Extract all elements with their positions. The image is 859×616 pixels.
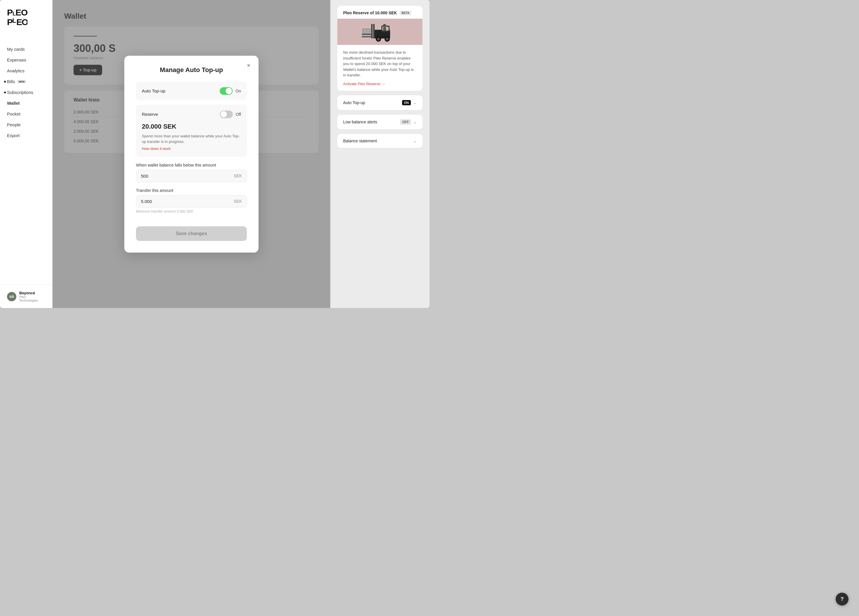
- bills-dot: [4, 81, 6, 83]
- sidebar: PLEO P L EO My cards Expenses Analytics …: [0, 0, 53, 308]
- balance-statement-right: ⌄: [413, 139, 417, 143]
- low-balance-settings-right: OFF ⌄: [400, 119, 417, 125]
- svg-rect-19: [383, 27, 386, 31]
- modal-overlay: × Manage Auto Top-up Auto Top-up On R: [53, 0, 330, 308]
- pleo-logo-icon: P L EO: [7, 17, 27, 33]
- transfer-field-section: Transfer this amount SEK Minimum transfe…: [136, 188, 247, 214]
- sidebar-item-export[interactable]: Export: [0, 130, 52, 141]
- sidebar-item-analytics[interactable]: Analytics: [0, 65, 52, 76]
- sidebar-item-label: Pocket: [7, 111, 20, 116]
- sidebar-item-expenses[interactable]: Expenses: [0, 55, 52, 65]
- svg-text:P: P: [7, 17, 12, 27]
- modal-title: Manage Auto Top-up: [136, 66, 247, 74]
- svg-text:L: L: [12, 17, 16, 24]
- toggle-knob: [226, 88, 232, 94]
- auto-topup-settings-card: Auto Top-up ON ⌄: [337, 95, 423, 110]
- manage-auto-topup-modal: × Manage Auto Top-up Auto Top-up On R: [124, 56, 259, 253]
- sidebar-nav: My cards Expenses Analytics Bills NEW Su…: [0, 41, 52, 285]
- sidebar-item-wallet[interactable]: Wallet: [0, 98, 52, 109]
- transfer-label: Transfer this amount: [136, 188, 247, 193]
- sidebar-item-label: Export: [7, 133, 20, 138]
- threshold-input-row: SEK: [136, 170, 247, 182]
- threshold-field-section: When wallet balance falls below this amo…: [136, 163, 247, 182]
- svg-point-7: [377, 37, 380, 41]
- sidebar-item-bills[interactable]: Bills NEW: [0, 76, 52, 87]
- activate-pleo-reserve-link[interactable]: Activate Pleo Reserve →: [343, 82, 417, 86]
- balance-statement-chevron-icon[interactable]: ⌄: [413, 139, 417, 143]
- toggle-knob: [220, 111, 227, 117]
- sidebar-item-label: Subscriptions: [7, 90, 33, 95]
- reserve-title: Pleo Reserve of 10.000 SEK: [343, 11, 397, 15]
- reserve-modal-card: Reserve Off 20.000 SEK Spend more than y…: [136, 105, 247, 157]
- reserve-amount: 20.000 SEK: [142, 123, 241, 130]
- low-balance-status-badge: OFF: [400, 119, 411, 125]
- reserve-modal-row: Reserve Off: [142, 111, 241, 118]
- low-balance-label: Low balance alerts: [343, 120, 377, 124]
- user-org: Pleo Technologies: [19, 295, 45, 302]
- low-balance-alerts-row: Low balance alerts OFF ⌄: [343, 119, 417, 125]
- transfer-input-row: SEK: [136, 195, 247, 207]
- balance-statement-card: Balance statement ⌄: [337, 134, 423, 148]
- sidebar-item-people[interactable]: People: [0, 119, 52, 130]
- transfer-currency: SEK: [234, 199, 242, 204]
- svg-rect-13: [362, 34, 373, 35]
- right-panel: Pleo Reserve of 10.000 SEK BETA: [330, 0, 430, 308]
- sidebar-item-pocket[interactable]: Pocket: [0, 109, 52, 119]
- user-name: Beyoncé: [19, 291, 45, 295]
- logo: PLEO P L EO: [0, 0, 52, 41]
- sidebar-item-my-cards[interactable]: My cards: [0, 44, 52, 55]
- save-changes-button[interactable]: Save changes: [136, 226, 247, 241]
- auto-topup-toggle-right: On: [220, 87, 241, 95]
- reserve-description: Spend more than your wallet balance whil…: [142, 133, 241, 145]
- sidebar-item-label: Analytics: [7, 68, 25, 73]
- svg-rect-11: [373, 24, 375, 39]
- balance-statement-label: Balance statement: [343, 139, 377, 143]
- sidebar-item-label: Wallet: [7, 101, 20, 106]
- user-info: Beyoncé Pleo Technologies: [19, 291, 45, 302]
- beta-badge: BETA: [400, 11, 411, 15]
- svg-text:EO: EO: [16, 17, 27, 27]
- auto-topup-settings-right: ON ⌄: [402, 100, 417, 105]
- threshold-input[interactable]: [141, 173, 234, 178]
- sidebar-item-label: My cards: [7, 47, 25, 51]
- svg-point-9: [386, 37, 389, 41]
- transfer-hint: Minimum transfer amount 5.000 SEK: [136, 209, 247, 214]
- sidebar-footer: AB Beyoncé Pleo Technologies: [0, 285, 52, 308]
- reserve-status: Off: [236, 112, 241, 117]
- reserve-description: No more declined transactions due to ins…: [343, 50, 417, 78]
- balance-statement-row: Balance statement ⌄: [343, 139, 417, 143]
- sidebar-item-label: People: [7, 122, 21, 127]
- svg-point-18: [383, 24, 386, 27]
- transfer-input[interactable]: [141, 199, 234, 204]
- reserve-label: Reserve: [142, 112, 158, 117]
- reserve-body: No more declined transactions due to ins…: [337, 45, 423, 91]
- how-it-works-link[interactable]: How does it work: [142, 147, 171, 151]
- auto-topup-toggle-label: Auto Top-up: [142, 88, 166, 94]
- avatar: AB: [7, 292, 16, 301]
- auto-topup-toggle-switch[interactable]: [220, 87, 233, 95]
- auto-topup-settings-label: Auto Top-up: [343, 100, 365, 105]
- sidebar-item-label: Bills: [7, 79, 15, 84]
- reserve-header: Pleo Reserve of 10.000 SEK BETA: [337, 6, 423, 19]
- sidebar-item-label: Expenses: [7, 58, 26, 62]
- main-content: Wallet 300,00 S Available balance + Top-…: [53, 0, 330, 308]
- subscriptions-dot: [4, 92, 6, 94]
- threshold-currency: SEK: [234, 173, 242, 178]
- svg-rect-12: [362, 36, 373, 37]
- reserve-toggle-right: Off: [220, 111, 241, 118]
- sidebar-item-subscriptions[interactable]: Subscriptions: [0, 87, 52, 98]
- logo-text: PLEO: [7, 8, 27, 17]
- auto-topup-settings-row: Auto Top-up ON ⌄: [343, 100, 417, 105]
- forklift-illustration: [356, 21, 403, 43]
- pleo-reserve-card: Pleo Reserve of 10.000 SEK BETA: [337, 6, 423, 91]
- auto-topup-status: On: [236, 89, 241, 94]
- low-balance-chevron-icon[interactable]: ⌄: [413, 120, 417, 124]
- auto-topup-chevron-icon[interactable]: ⌄: [413, 100, 417, 105]
- modal-close-button[interactable]: ×: [245, 62, 253, 70]
- bills-new-badge: NEW: [17, 80, 26, 83]
- auto-topup-toggle-card: Auto Top-up On: [136, 82, 247, 100]
- app-container: PLEO P L EO My cards Expenses Analytics …: [0, 0, 430, 308]
- reserve-illustration: [337, 19, 423, 45]
- auto-topup-status-badge: ON: [402, 100, 411, 105]
- reserve-toggle-switch[interactable]: [220, 111, 233, 118]
